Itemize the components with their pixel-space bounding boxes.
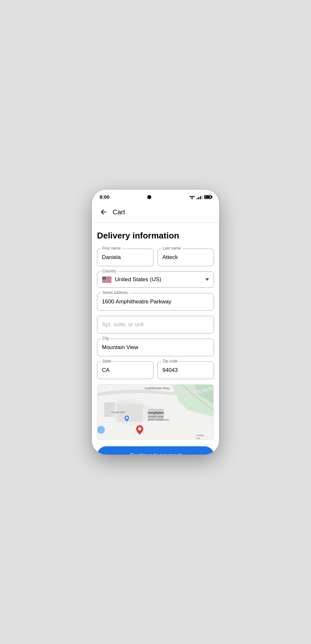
state-field: State	[97, 361, 154, 379]
state-label: State	[101, 359, 113, 363]
first-name-label: First name	[101, 246, 122, 251]
back-arrow-icon	[100, 208, 107, 216]
apt-field	[97, 316, 214, 333]
map-container: Amphitheatre Pkwy Google B40 Googleplex …	[97, 384, 214, 440]
svg-text:Google's large: Google's large	[148, 415, 163, 418]
country-label: Country	[101, 269, 117, 273]
top-nav: Cart	[92, 202, 219, 223]
street-address-field: Street address	[97, 293, 214, 311]
svg-text:Par: Par	[196, 437, 201, 439]
status-icons	[189, 195, 211, 199]
svg-text:global headquarters: global headquarters	[148, 418, 169, 421]
state-input[interactable]	[97, 361, 154, 379]
svg-rect-16	[103, 282, 111, 283]
battery-icon	[204, 195, 211, 199]
signal-icon	[197, 195, 203, 199]
svg-point-31	[126, 417, 128, 419]
street-address-label: Street address	[101, 290, 129, 295]
page-title: Delivery information	[97, 231, 214, 241]
back-button[interactable]	[97, 206, 110, 219]
us-flag: ★★★★★★ ★★★★★ ★★★★★★ ★★★★★ ★★★★★★	[102, 276, 112, 283]
continue-to-payment-button[interactable]: Continue to payment	[97, 446, 214, 454]
country-select[interactable]: ★★★★★★ ★★★★★ ★★★★★★ ★★★★★ ★★★★★★ United …	[97, 271, 214, 288]
country-value: United States (US)	[115, 276, 205, 283]
zip-field: Zip code	[157, 361, 214, 379]
wifi-icon	[189, 195, 195, 199]
last-name-field: Last name	[157, 249, 214, 266]
street-address-input[interactable]	[97, 293, 214, 311]
svg-rect-15	[103, 282, 111, 282]
svg-text:Amphitheatre Pkwy: Amphitheatre Pkwy	[144, 387, 170, 390]
map-svg: Amphitheatre Pkwy Google B40 Googleplex …	[97, 385, 214, 439]
svg-text:Charle: Charle	[196, 434, 204, 437]
first-name-field: First name	[97, 249, 154, 266]
svg-point-36	[138, 427, 141, 430]
first-name-input[interactable]	[97, 249, 154, 266]
svg-rect-12	[103, 280, 111, 281]
svg-rect-13	[103, 281, 111, 281]
scroll-content: Delivery information First name Last nam…	[92, 223, 219, 454]
svg-rect-14	[103, 281, 111, 282]
svg-text:Google B40: Google B40	[111, 411, 125, 414]
last-name-input[interactable]	[157, 249, 214, 266]
apt-input[interactable]	[97, 316, 214, 333]
svg-text:Googleplex: Googleplex	[148, 411, 163, 414]
svg-rect-11	[103, 280, 111, 280]
zip-input[interactable]	[157, 361, 214, 379]
city-label: City	[101, 336, 110, 341]
camera-dot	[147, 195, 151, 199]
name-row: First name Last name	[97, 249, 214, 266]
chevron-down-icon	[205, 278, 209, 281]
status-time: 8:00	[100, 194, 109, 200]
last-name-label: Last name	[161, 246, 182, 251]
zip-label: Zip code	[161, 359, 179, 363]
svg-point-3	[192, 198, 192, 199]
country-field: Country	[97, 271, 214, 288]
state-zip-row: State Zip code	[97, 361, 214, 379]
city-field: City	[97, 339, 214, 356]
nav-title: Cart	[113, 208, 125, 216]
status-bar: 8:00	[92, 190, 219, 202]
svg-point-39	[97, 426, 105, 434]
city-input[interactable]	[97, 339, 214, 356]
